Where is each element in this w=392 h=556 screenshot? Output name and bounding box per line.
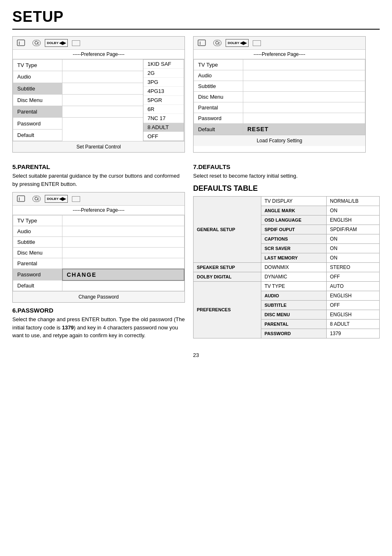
menu-item-discmenu-2[interactable]: Disc Menu [194, 92, 243, 102]
parental-option-selected[interactable]: 8 ADULT [143, 123, 184, 132]
menu-val-audio [62, 71, 143, 83]
reset-button[interactable]: RESET [243, 124, 365, 135]
parental-option[interactable]: OFF [143, 132, 184, 141]
defaults-table-heading: DEFAULTS TABLE [193, 184, 380, 193]
menu-item-password-3[interactable]: Password [13, 269, 62, 280]
value-dynamic: OFF [327, 272, 380, 281]
setting-last-memory: LAST MEMORY [261, 253, 326, 262]
menu-row: TV Type [13, 215, 184, 226]
section5-heading: 5.PARENTAL [12, 163, 185, 170]
menu-row: Audio [13, 226, 184, 237]
panel-footer-3: Change Password [13, 291, 184, 302]
menu-item-default-2[interactable]: Default [194, 124, 243, 135]
setting-dynamic: DYNAMIC [261, 272, 326, 281]
section6-desc: Select the change and press ENTER button… [12, 315, 185, 340]
right-column: 7.DEFAULTS Select reset to become factor… [193, 159, 380, 344]
menu-val-default-3 [62, 280, 184, 291]
value-captions: ON [327, 234, 380, 243]
table-row: SPEAKER SETUP DOWNMIX STEREO [194, 262, 380, 272]
disc-icon [17, 39, 28, 47]
table-row: DOLBY DIGITAL DYNAMIC OFF [194, 272, 380, 281]
category-general: GENERAL SETUP [194, 196, 261, 262]
setting-osd-language: OSD LANGUAGE [261, 215, 326, 225]
parental-option[interactable]: 5PGR [143, 96, 184, 105]
setting-discmenu-pref: DISC MENU [261, 310, 326, 319]
wave-icon-2 [253, 40, 261, 46]
menu-val-password-2 [243, 113, 365, 124]
menu-val-tvtype [62, 60, 143, 71]
page-title: SETUP [12, 8, 380, 30]
pref-label-3: -----Preference Page---- [13, 206, 184, 215]
menu-val-subtitle-3 [62, 237, 184, 248]
menu-item-audio[interactable]: Audio [13, 71, 62, 83]
cc-icon-3: Cc [32, 196, 41, 202]
panel-header-3: Cc DOLBY ◀▶ [13, 192, 184, 206]
dolby-icon-2: DOLBY ◀▶ [226, 39, 249, 47]
menu-item-parental-2[interactable]: Parental [194, 102, 243, 113]
menu-val-tvtype-2 [243, 60, 365, 70]
menu-table-3: TV Type Audio Subtitle Disc Menu Parenta… [13, 215, 184, 291]
pref-label-1: -----Preference Page---- [13, 50, 184, 59]
menu-val-subtitle [62, 83, 143, 94]
wave-icon [72, 40, 80, 46]
parental-option[interactable]: 7NC 17 [143, 114, 184, 123]
wave-icon-3 [72, 196, 80, 202]
value-tv-display: NORMAL/LB [327, 196, 380, 206]
menu-item-subtitle[interactable]: Subtitle [13, 83, 62, 94]
setting-audio-pref: AUDIO [261, 291, 326, 300]
setting-angle-mark: ANGLE MARK [261, 206, 326, 215]
menu-table-1: TV Type Audio Subtitle Disc Menu Parenta… [13, 59, 143, 141]
parental-option[interactable]: 1KID SAF [143, 60, 184, 69]
setting-spdif: SPDIF OUPUT [261, 225, 326, 234]
menu-row: Subtitle [13, 83, 143, 94]
cc-icon: Cc [32, 40, 41, 46]
svg-rect-2 [17, 196, 25, 202]
menu-item-audio-2[interactable]: Audio [194, 70, 243, 81]
parental-option[interactable]: 2G [143, 69, 184, 78]
panel-parental: Cc DOLBY ◀▶ -----Preference Page---- TV … [12, 36, 185, 153]
dolby-icon-3: DOLBY ◀▶ [45, 195, 68, 203]
menu-row: Audio [13, 71, 143, 83]
menu-item-default[interactable]: Default [13, 129, 62, 141]
menu-item-default-3[interactable]: Default [13, 280, 62, 291]
menu-item-password[interactable]: Password [13, 118, 62, 129]
menu-item-tvtype[interactable]: TV Type [13, 60, 62, 71]
menu-item-password-2[interactable]: Password [194, 113, 243, 124]
category-preferences: PREFERENCES [194, 281, 261, 338]
section6-heading: 6.PASSWORD [12, 307, 185, 314]
menu-item-parental[interactable]: Parental [13, 106, 62, 118]
menu-row: Disc Menu [13, 94, 143, 106]
menu-val-parental-3 [62, 258, 184, 269]
menu-row: Default RESET [194, 124, 365, 135]
parental-option[interactable]: 4PG13 [143, 87, 184, 96]
panel-footer-2: Load Fcatory Setting [194, 135, 365, 146]
parental-option[interactable]: 3PG [143, 78, 184, 87]
disc-icon-2 [198, 39, 209, 47]
change-button[interactable]: CHANGE [62, 269, 184, 280]
menu-item-tvtype-2[interactable]: TV Type [194, 60, 243, 70]
menu-item-subtitle-3[interactable]: Subtitle [13, 237, 62, 248]
menu-row: TV Type [13, 60, 143, 71]
menu-item-subtitle-2[interactable]: Subtitle [194, 81, 243, 92]
menu-item-discmenu-3[interactable]: Disc Menu [13, 248, 62, 258]
menu-item-audio-3[interactable]: Audio [13, 226, 62, 237]
parental-option[interactable]: 6R [143, 105, 184, 114]
menu-item-discmenu[interactable]: Disc Menu [13, 94, 62, 106]
menu-table-2: TV Type Audio Subtitle Disc Menu Parenta… [194, 59, 365, 135]
left-column: 5.PARENTAL Select suitable parental guid… [12, 159, 185, 344]
category-speaker: SPEAKER SETUP [194, 262, 261, 272]
menu-row: Subtitle [13, 237, 184, 248]
menu-row: Default [13, 280, 184, 291]
svg-rect-0 [17, 40, 25, 46]
value-parental-pref: 8 ADULT [327, 319, 380, 329]
menu-row: Password [194, 113, 365, 124]
menu-item-tvtype-3[interactable]: TV Type [13, 215, 62, 226]
value-spdif: SPDIF/RAM [327, 225, 380, 234]
setting-captions: CAPTIONS [261, 234, 326, 243]
section7-desc: Select reset to become factory initial s… [193, 172, 380, 180]
value-subtitle-pref: OFF [327, 300, 380, 310]
value-downmix: STEREO [327, 262, 380, 272]
menu-val-discmenu-3 [62, 248, 184, 258]
panel-header-2: Cc DOLBY ◀▶ [194, 37, 365, 50]
menu-item-parental-3[interactable]: Parental [13, 258, 62, 269]
